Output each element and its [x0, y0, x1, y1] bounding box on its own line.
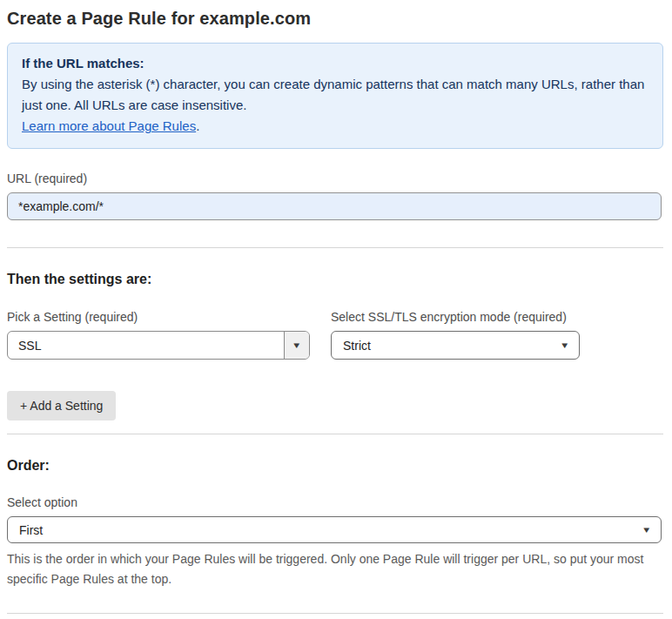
- url-input[interactable]: [7, 192, 662, 220]
- settings-section-heading: Then the settings are:: [7, 272, 663, 287]
- order-help-text: This is the order in which your Page Rul…: [7, 549, 658, 589]
- order-select-label: Select option: [7, 495, 663, 509]
- order-select[interactable]: First ▾: [7, 516, 662, 543]
- add-setting-button[interactable]: + Add a Setting: [7, 391, 116, 421]
- setting-select-group: Pick a Setting (required) SSL ▾: [7, 310, 310, 360]
- settings-row: Pick a Setting (required) SSL ▾ Select S…: [7, 310, 663, 360]
- info-box-link-row: Learn more about Page Rules.: [22, 116, 648, 137]
- setting-select[interactable]: SSL ▾: [7, 331, 310, 360]
- info-box-body: By using the asterisk (*) character, you…: [22, 74, 648, 116]
- info-box-heading: If the URL matches:: [22, 53, 648, 74]
- order-select-value: First: [19, 523, 43, 537]
- link-suffix: .: [196, 118, 199, 133]
- footer-divider: [7, 613, 663, 614]
- url-field-label: URL (required): [7, 172, 663, 185]
- setting-select-value: SSL: [8, 332, 284, 359]
- setting-select-arrow-button[interactable]: ▾: [284, 332, 309, 359]
- url-match-info-box: If the URL matches: By using the asteris…: [7, 43, 663, 149]
- chevron-down-icon: ▾: [294, 340, 300, 350]
- order-section-heading: Order:: [7, 458, 663, 474]
- section-divider: [7, 247, 663, 248]
- mode-select-group: Select SSL/TLS encryption mode (required…: [331, 310, 580, 360]
- setting-select-label: Pick a Setting (required): [7, 310, 310, 324]
- section-divider: [7, 434, 663, 434]
- learn-more-link[interactable]: Learn more about Page Rules: [22, 118, 196, 133]
- mode-select-value: Strict: [343, 339, 371, 353]
- mode-select-label: Select SSL/TLS encryption mode (required…: [331, 310, 580, 324]
- chevron-down-icon: ▾: [562, 340, 568, 350]
- page-title: Create a Page Rule for example.com: [7, 9, 663, 29]
- chevron-down-icon: ▾: [644, 525, 650, 535]
- mode-select[interactable]: Strict ▾: [331, 331, 580, 360]
